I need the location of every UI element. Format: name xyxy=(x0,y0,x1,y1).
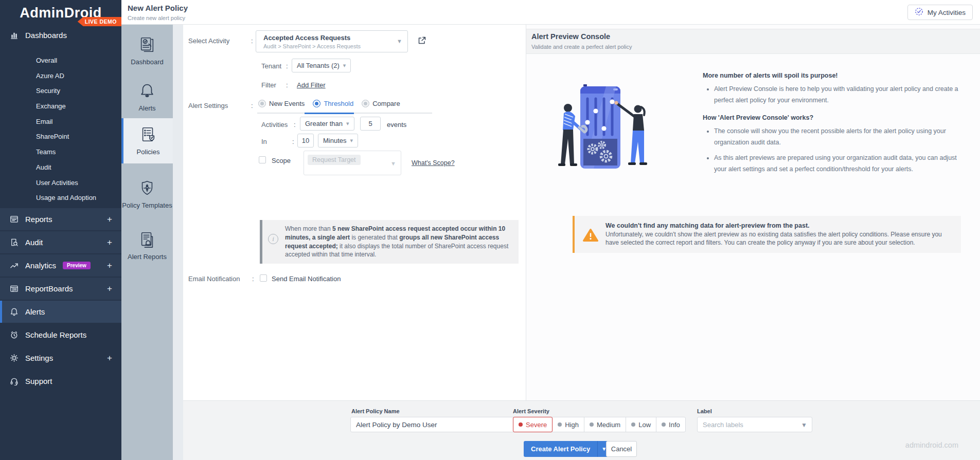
preview-subtitle: Validate and create a perfect alert poli… xyxy=(531,44,632,50)
interval-unit-dropdown[interactable]: Minutes ▾ xyxy=(318,134,358,148)
severity-medium[interactable]: Medium xyxy=(584,417,626,432)
in-label: In xyxy=(261,138,267,145)
sidebar-item-label: Audit xyxy=(25,238,43,247)
sidebar-subitem-exchange[interactable]: Exchange xyxy=(0,99,121,114)
gear-icon xyxy=(9,354,19,362)
severity-low[interactable]: Low xyxy=(626,417,656,432)
sidebar-item-schedule-reports[interactable]: Schedule Reports xyxy=(0,324,121,346)
severity-dot-icon xyxy=(590,422,594,427)
sidebar-item-label: Analytics xyxy=(25,261,56,270)
bell-icon xyxy=(9,307,19,316)
my-activities-button[interactable]: My Activities xyxy=(907,5,973,20)
preview-header: Alert Preview Console Validate and creat… xyxy=(526,29,980,54)
open-report-icon[interactable] xyxy=(417,36,426,47)
preview-section-heading: How 'Alert Preview Console' works? xyxy=(703,114,965,121)
strip-item-label: Policies xyxy=(137,148,160,156)
sidebar-item-audit[interactable]: Audit+ xyxy=(0,231,121,253)
severity-dot-icon xyxy=(662,422,666,427)
sidebar-subitem-teams[interactable]: Teams xyxy=(0,144,121,160)
sidebar-item-settings[interactable]: Settings+ xyxy=(0,347,121,369)
threshold-info-note: i When more than 5 new SharePoint access… xyxy=(260,220,519,264)
chevron-down-icon: ▾ xyxy=(350,137,353,144)
sidebar-item-analytics[interactable]: AnalyticsPreview+ xyxy=(0,254,121,277)
analytics-icon xyxy=(9,261,19,270)
sidebar-subitem-email[interactable]: Email xyxy=(0,114,121,130)
strip-item-policies[interactable]: Policies xyxy=(121,118,173,163)
chevron-down-icon: ▾ xyxy=(346,120,349,127)
sidebar-item-support[interactable]: Support xyxy=(0,370,121,392)
send-email-checkbox[interactable] xyxy=(260,274,267,282)
whats-scope-link[interactable]: What's Scope? xyxy=(412,159,455,167)
alert-mode-threshold[interactable]: Threshold xyxy=(313,100,353,107)
alert-mode-new-events[interactable]: New Events xyxy=(258,100,305,107)
chevron-down-icon: ▼ xyxy=(397,38,402,44)
policy-name-input[interactable] xyxy=(350,417,526,432)
scope-checkbox[interactable] xyxy=(259,156,266,163)
radio-label: New Events xyxy=(269,100,305,107)
strip-item-alert-reports[interactable]: Alert Reports xyxy=(121,221,173,270)
sidebar-item-dashboards[interactable]: Dashboards xyxy=(0,27,121,43)
severity-info[interactable]: Info xyxy=(656,417,686,432)
create-alert-policy-button[interactable]: Create Alert Policy ▼ xyxy=(524,441,610,457)
severity-option-label: Low xyxy=(638,421,651,429)
severity-severe[interactable]: Severe xyxy=(513,417,553,432)
select-activity-label: Select Activity xyxy=(188,37,229,45)
select-activity-dropdown[interactable]: Accepted Access Requests Audit > SharePo… xyxy=(256,30,408,52)
mode-underline-active xyxy=(305,113,354,114)
preview-bullet: The console will show you the recent pos… xyxy=(714,125,965,148)
activity-breadcrumb: Audit > SharePoint > Access Requests xyxy=(263,43,361,49)
scope-select[interactable]: Request Target ▼ xyxy=(304,151,401,175)
sidebar-subitem-user-activities[interactable]: User Activities xyxy=(0,175,121,191)
strip-item-alerts[interactable]: Alerts xyxy=(121,77,173,117)
warning-icon xyxy=(583,228,598,245)
sidebar-subitem-azure-ad[interactable]: Azure AD xyxy=(0,68,121,84)
tenant-dropdown[interactable]: All Tenants (2) ▾ xyxy=(292,59,351,72)
alerts-strip-icon xyxy=(138,82,156,101)
warning-title: We couldn't find any matching data for a… xyxy=(605,222,953,230)
sidebar: AdminDroid LIVE DEMO Dashboards OverallA… xyxy=(0,0,121,460)
chevron-down-icon: ▼ xyxy=(801,421,807,429)
sidebar-subitem-sharepoint[interactable]: SharePoint xyxy=(0,129,121,144)
page-title: New Alert Policy xyxy=(128,4,188,12)
scope-placeholder-chip: Request Target xyxy=(308,155,361,165)
alert-reports-strip-icon xyxy=(138,231,156,250)
sidebar-subitem-usage-and-adoption[interactable]: Usage and Adoption xyxy=(0,190,121,206)
sidebar-subitem-overall[interactable]: Overall xyxy=(0,53,121,68)
sidebar-item-label: Settings xyxy=(25,354,53,362)
preview-bullet-list: Alert Preview Console is here to help yo… xyxy=(703,83,965,106)
sidebar-subitem-audit[interactable]: Audit xyxy=(0,160,121,175)
sidebar-item-reportboards[interactable]: ReportBoards+ xyxy=(0,278,121,300)
preview-illustration xyxy=(549,82,660,179)
alert-mode-radio-group: New EventsThresholdCompare xyxy=(258,100,400,107)
interval-value-input[interactable] xyxy=(297,134,314,148)
threshold-count-input[interactable] xyxy=(360,117,381,131)
label-field-label: Label xyxy=(697,408,712,414)
alert-settings-label: Alert Settings xyxy=(188,102,228,109)
strip-item-dashboard[interactable]: Dashboard xyxy=(121,31,173,71)
strip-item-policy-templates[interactable]: Policy Templates xyxy=(121,170,173,219)
alert-mode-compare[interactable]: Compare xyxy=(362,100,400,107)
preview-bullet: Alert Preview Console is here to help yo… xyxy=(714,83,965,106)
sidebar-item-alerts[interactable]: Alerts xyxy=(0,301,121,323)
activity-check-icon xyxy=(915,7,923,17)
add-filter-link[interactable]: Add Filter xyxy=(297,81,326,89)
expand-plus-icon: + xyxy=(107,353,112,363)
expand-plus-icon: + xyxy=(107,237,112,248)
severity-high[interactable]: High xyxy=(552,417,584,432)
page-subtitle: Create new alert policy xyxy=(128,15,185,21)
cancel-button[interactable]: Cancel xyxy=(606,441,637,457)
preview-help-text: More number of alerts will spoil its pur… xyxy=(703,64,965,179)
threshold-operator-dropdown[interactable]: Greater than ▾ xyxy=(300,117,354,131)
severity-group: SevereHighMediumLowInfo xyxy=(513,417,686,432)
send-email-label: Send Email Notification xyxy=(272,275,341,283)
sidebar-item-reports[interactable]: Reports+ xyxy=(0,208,121,230)
sidebar-item-label: Schedule Reports xyxy=(25,330,86,339)
policy-templates-strip-icon xyxy=(138,179,156,198)
radio-selected-icon xyxy=(313,100,320,107)
severity-option-label: Medium xyxy=(597,421,620,429)
label-select[interactable]: Search labels ▼ xyxy=(697,417,812,432)
expand-plus-icon: + xyxy=(107,214,112,225)
strip-item-label: Policy Templates xyxy=(122,201,172,209)
clock-icon xyxy=(9,330,19,339)
sidebar-subitem-security[interactable]: Security xyxy=(0,83,121,99)
